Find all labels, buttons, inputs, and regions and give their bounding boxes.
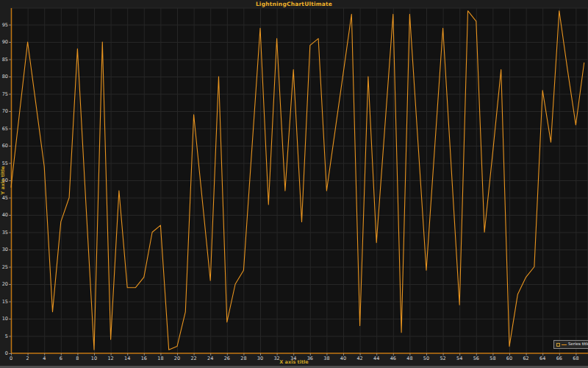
svg-text:60: 60	[2, 143, 8, 149]
y-axis-title: Y axis title	[0, 158, 6, 202]
legend-box[interactable]: Series title	[553, 340, 588, 349]
legend-checkbox-icon[interactable]	[556, 343, 560, 347]
svg-text:35: 35	[2, 230, 8, 236]
svg-text:70: 70	[2, 108, 8, 114]
svg-text:20: 20	[2, 281, 8, 287]
svg-text:65: 65	[2, 126, 8, 132]
chart-title: LightningChartUltimate	[0, 1, 588, 7]
svg-text:90: 90	[2, 39, 8, 45]
svg-text:40: 40	[2, 212, 8, 218]
svg-text:95: 95	[2, 22, 8, 28]
chart-canvas: 0246810121416182022242628303234363840424…	[0, 0, 588, 368]
svg-text:75: 75	[2, 91, 8, 97]
svg-text:85: 85	[2, 57, 8, 63]
chart-svg: 0246810121416182022242628303234363840424…	[0, 0, 588, 368]
svg-text:25: 25	[2, 264, 8, 270]
svg-text:10: 10	[2, 316, 8, 322]
svg-text:15: 15	[2, 299, 8, 305]
legend-series-label: Series title	[568, 342, 588, 347]
svg-text:30: 30	[2, 247, 8, 252]
x-axis-title: X axis title	[0, 359, 588, 365]
legend-line-sample-icon	[562, 344, 567, 345]
svg-text:5: 5	[5, 333, 8, 339]
svg-text:80: 80	[2, 74, 8, 79]
svg-text:0: 0	[5, 350, 8, 356]
